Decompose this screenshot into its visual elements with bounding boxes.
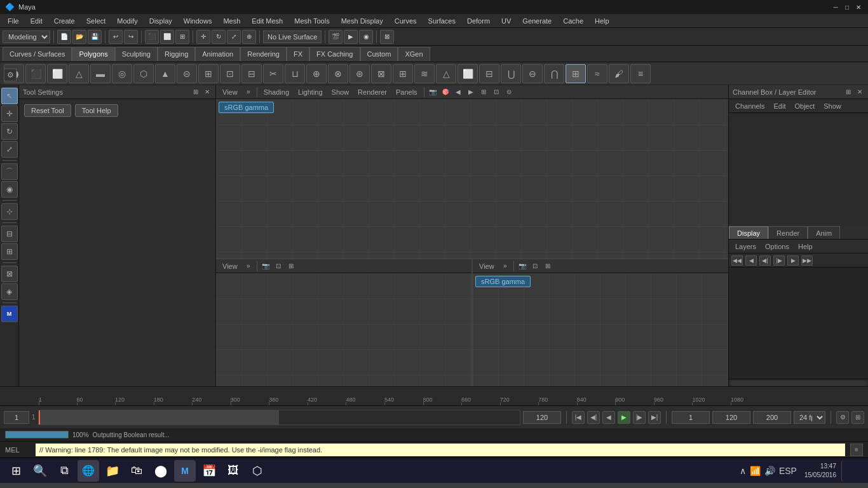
object-menu[interactable]: Object [790, 102, 818, 111]
outliner-btn[interactable]: ⊟ [1, 226, 18, 242]
render-settings-btn[interactable]: 🎬 [329, 30, 342, 44]
prev-view-btn[interactable]: ◀ [452, 86, 464, 98]
options-menu[interactable]: Options [761, 242, 793, 251]
bl-cam-btn[interactable]: 📷 [260, 261, 271, 272]
layer-back-back-btn[interactable]: ◀◀ [731, 255, 743, 266]
view-menu-br[interactable]: View [475, 262, 498, 271]
anim-end-input[interactable]: 200 [753, 411, 791, 424]
maya-taskbar-btn[interactable]: M [174, 460, 196, 482]
bl-snap-btn[interactable]: ⊞ [285, 261, 297, 272]
multi-cut-icon[interactable]: ✂ [263, 64, 283, 83]
shading-menu[interactable]: Shading [260, 88, 293, 97]
select-by-hierarchy-btn[interactable]: ⬛ [145, 30, 159, 44]
menu-mesh-tools[interactable]: Mesh Tools [289, 16, 334, 26]
next-view-btn[interactable]: ▶ [465, 86, 477, 98]
taskbar-clock[interactable]: 13:47 15/05/2016 [802, 462, 839, 480]
menu-surfaces[interactable]: Surfaces [423, 16, 461, 26]
paint-select-btn[interactable]: ◉ [1, 181, 18, 198]
scale-btn[interactable]: ⤢ [227, 30, 241, 44]
workspace-selector[interactable]: Modeling [3, 30, 50, 43]
show-menu[interactable]: Show [328, 88, 353, 97]
shelf-tab-animation[interactable]: Animation [195, 47, 240, 61]
volume-icon[interactable]: 🔊 [764, 466, 775, 476]
range-end-input[interactable]: 120 [712, 411, 750, 424]
layer-scrollbar-track[interactable] [730, 381, 867, 386]
undo-btn[interactable]: ↩ [109, 30, 123, 44]
layer-tab-anim[interactable]: Anim [808, 226, 840, 239]
menu-create[interactable]: Create [49, 16, 80, 26]
menu-mesh[interactable]: Mesh [218, 16, 245, 26]
store-taskbar-btn[interactable]: 🛍 [126, 460, 147, 482]
shelf-tab-rendering[interactable]: Rendering [240, 47, 287, 61]
camera-settings-btn[interactable]: 📷 [427, 86, 438, 98]
gamma-label-br[interactable]: sRGB gamma [475, 276, 531, 287]
cb-pin-btn[interactable]: ⊞ [844, 88, 853, 97]
fill-hole-icon[interactable]: ⊕ [306, 64, 327, 83]
br-tgt-btn[interactable]: ⊡ [529, 261, 541, 272]
shelf-tab-curves-surfaces[interactable]: Curves / Surfaces [3, 47, 72, 61]
bridge-icon[interactable]: ⊔ [285, 64, 305, 83]
bevel-icon[interactable]: ⊡ [220, 64, 240, 83]
move-tool-btn[interactable]: ✛ [1, 105, 18, 122]
sculpt-icon[interactable]: 🖌 [609, 64, 629, 83]
shelf-tab-custom[interactable]: Custom [360, 47, 398, 61]
isolate-select-btn[interactable]: ⊝ [503, 86, 515, 98]
viewport-br-canvas[interactable]: sRGB gamma [473, 273, 728, 386]
open-file-btn[interactable]: 📂 [72, 30, 86, 44]
layers-menu[interactable]: Layers [731, 242, 760, 251]
view-more-bl[interactable]: » [243, 261, 254, 272]
layer-fwd-btn[interactable]: ▶ [787, 255, 799, 266]
attr-editor-btn[interactable]: ⊞ [1, 243, 18, 260]
view-menu-top[interactable]: View [219, 88, 241, 97]
show-desktop-btn[interactable] [841, 460, 863, 482]
help-menu-layer[interactable]: Help [794, 242, 817, 251]
tray-arrow-icon[interactable]: ∧ [740, 466, 746, 476]
shelf-tab-rigging[interactable]: Rigging [158, 47, 195, 61]
play-back-btn[interactable]: ◀ [602, 411, 615, 424]
poly-prism-icon[interactable]: ⬡ [133, 64, 154, 83]
mirror-icon[interactable]: ⊟ [479, 64, 499, 83]
timeline-ruler[interactable]: 1601201802403003604204805406006607207808… [0, 386, 868, 405]
timeline-fps-select[interactable]: 24 fps [794, 411, 825, 424]
tool-settings-close-btn[interactable]: ✕ [203, 88, 212, 97]
poly-torus-icon[interactable]: ◎ [112, 64, 132, 83]
play-fwd-btn[interactable]: ▶ [618, 411, 630, 424]
layer-scrollbar[interactable] [729, 379, 868, 386]
hypershade-btn[interactable]: ◈ [1, 283, 18, 300]
menu-generate[interactable]: Generate [517, 16, 557, 26]
menu-edit[interactable]: Edit [25, 16, 48, 26]
offset-edge-loop-icon[interactable]: ⊞ [393, 64, 413, 83]
select-tool-btn[interactable]: ↖ [1, 88, 18, 104]
tool-settings-pin-btn[interactable]: ⊞ [191, 88, 200, 97]
layer-fwd-one-btn[interactable]: |▶ [773, 255, 785, 266]
timeline-settings-btn[interactable]: ⚙ [836, 411, 849, 424]
poly-pipe-icon[interactable]: ⊝ [177, 64, 197, 83]
explorer-taskbar-btn[interactable]: 📁 [102, 460, 123, 482]
view-more-top[interactable]: » [243, 86, 254, 98]
quadrangulate-icon[interactable]: ⬜ [458, 64, 478, 83]
cb-close-btn[interactable]: ✕ [855, 88, 864, 97]
range-start-input[interactable]: 1 [672, 411, 710, 424]
bl-tgt-btn[interactable]: ⊡ [273, 261, 284, 272]
edit-menu[interactable]: Edit [770, 102, 789, 111]
menu-file[interactable]: File [3, 16, 24, 26]
shelf-tab-fx-caching[interactable]: FX Caching [309, 47, 360, 61]
triangulate-icon[interactable]: △ [436, 64, 456, 83]
insert-edge-loop-icon[interactable]: ⊠ [371, 64, 391, 83]
shelf-tab-polygons[interactable]: Polygons [72, 47, 114, 61]
app3-taskbar-btn[interactable]: ⬡ [247, 460, 268, 482]
layer-tab-display[interactable]: Display [729, 226, 768, 239]
merge-icon[interactable]: ⊗ [328, 64, 348, 83]
select-camera-btn[interactable]: 🎯 [440, 86, 451, 98]
combine-icon[interactable]: ⊞ [198, 64, 219, 83]
rotate-tool-btn[interactable]: ↻ [1, 123, 18, 140]
move-btn[interactable]: ✛ [196, 30, 210, 44]
edge-taskbar-btn[interactable]: 🌐 [78, 460, 99, 482]
new-file-btn[interactable]: 📄 [57, 30, 71, 44]
menu-select[interactable]: Select [81, 16, 111, 26]
layer-back-one-btn[interactable]: ◀| [759, 255, 771, 266]
menu-modify[interactable]: Modify [112, 16, 142, 26]
quick-layout-btn[interactable]: ⊠ [1, 266, 18, 282]
extrude-icon[interactable]: ⊟ [241, 64, 262, 83]
boolean-diff-icon[interactable]: ⊖ [522, 64, 543, 83]
